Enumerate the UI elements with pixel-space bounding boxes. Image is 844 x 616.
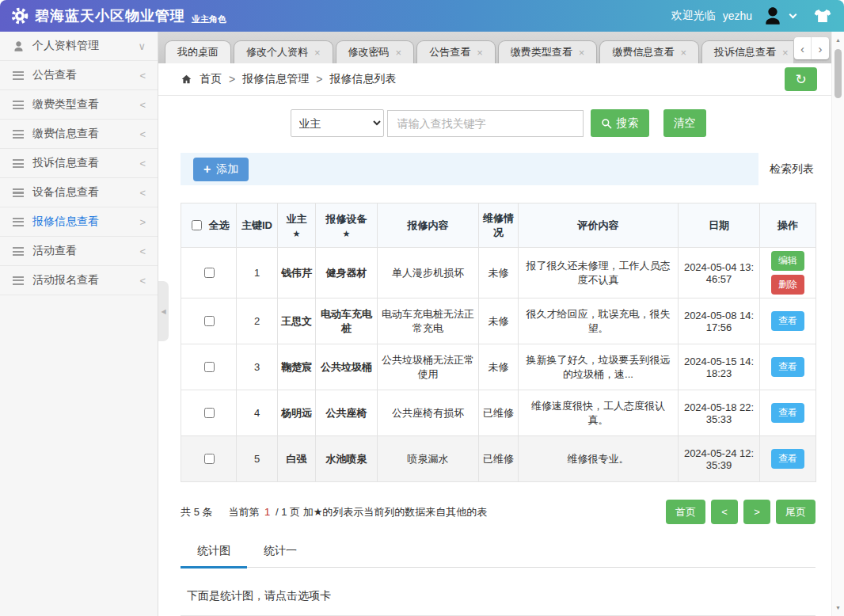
edit-button[interactable]: 编辑: [771, 251, 804, 271]
row-checkbox[interactable]: [204, 316, 215, 326]
cell-select: [181, 390, 237, 436]
stats-tab-chart[interactable]: 统计图: [181, 537, 247, 568]
breadcrumb-item-repair-management[interactable]: 报修信息管理: [242, 72, 309, 86]
tab-label: 缴费类型查看: [511, 45, 572, 59]
column-header-device[interactable]: 报修设备★: [316, 203, 378, 248]
cell-content: 单人漫步机损坏: [378, 248, 479, 298]
gear-icon: [11, 7, 29, 25]
menu-icon: [13, 101, 32, 109]
add-button[interactable]: + 添加: [193, 158, 249, 181]
view-button[interactable]: 查看: [771, 403, 804, 423]
tabs-scroll-left-button[interactable]: ‹: [794, 37, 812, 59]
chevron-right-icon: >: [139, 216, 146, 228]
tab-change-password[interactable]: 修改密码×: [336, 40, 415, 63]
content: 业主 搜索 清空: [158, 96, 831, 616]
theme-tshirt-icon[interactable]: [814, 9, 831, 23]
view-button[interactable]: 查看: [771, 449, 804, 469]
sidebar-item-device[interactable]: 设备信息查看<: [0, 178, 158, 207]
row-checkbox[interactable]: [204, 454, 215, 464]
column-header-owner[interactable]: 业主★: [278, 203, 316, 248]
column-header-review[interactable]: 评价内容: [519, 203, 679, 248]
sidebar-item-repair[interactable]: 报修信息查看>: [0, 207, 158, 237]
row-checkbox[interactable]: [204, 268, 215, 278]
cell-review: 很久才给回应，耽误充电，很失望。: [519, 298, 679, 344]
column-header-label: 日期: [682, 219, 756, 233]
cell-status: 未修: [479, 248, 519, 298]
sidebar-item-profile[interactable]: 个人资料管理∨: [0, 32, 158, 61]
breadcrumb-separator: >: [316, 73, 322, 86]
toolbar-row: + 添加 检索列表: [181, 153, 815, 185]
breadcrumb-item-home[interactable]: 首页: [200, 72, 222, 86]
clear-button[interactable]: 清空: [663, 109, 706, 137]
tab-nav: ‹ ›: [794, 37, 829, 59]
app-header: 碧海蓝天小区物业管理 业主角色 欢迎光临 yezhu: [0, 0, 844, 32]
sidebar-item-activity-apply[interactable]: 活动报名查看<: [0, 266, 158, 295]
chevron-left-icon: <: [139, 128, 146, 140]
view-button[interactable]: 查看: [771, 357, 804, 377]
column-header-label: 报修设备: [319, 212, 374, 226]
tab-desktop[interactable]: 我的桌面: [165, 40, 231, 63]
cell-id: 2: [237, 298, 278, 344]
cell-select: [181, 248, 237, 298]
sidebar-item-notice[interactable]: 公告查看<: [0, 61, 158, 90]
breadcrumb: 首页>报修信息管理>报修信息列表: [181, 72, 396, 86]
column-header-status[interactable]: 维修情况: [479, 203, 519, 248]
chevron-left-icon: <: [139, 158, 146, 169]
search-input[interactable]: [387, 110, 584, 137]
tab-complaint-view[interactable]: 投诉信息查看×: [701, 40, 793, 63]
user-avatar-icon[interactable]: [762, 6, 783, 26]
table-header-row: 全选 主键ID业主★报修设备★报修内容维修情况评价内容日期操作: [181, 203, 816, 248]
scroll-down-icon[interactable]: ▼: [832, 605, 844, 610]
tab-close-icon[interactable]: ×: [680, 47, 686, 59]
search-category-select[interactable]: 业主: [291, 109, 384, 137]
cell-owner: 白强: [278, 436, 316, 482]
tabs-scroll-right-button[interactable]: ›: [812, 37, 829, 59]
row-checkbox[interactable]: [204, 362, 215, 372]
menu-icon: [13, 71, 32, 80]
cell-id: 3: [237, 344, 278, 390]
sidebar-item-activity[interactable]: 活动查看<: [0, 237, 158, 266]
tab-close-icon[interactable]: ×: [782, 47, 789, 59]
select-all-checkbox[interactable]: [192, 220, 202, 230]
sidebar-item-label: 活动查看: [32, 244, 77, 258]
sidebar-item-fee-info[interactable]: 缴费信息查看<: [0, 120, 158, 149]
column-header-actions[interactable]: 操作: [760, 203, 816, 248]
cell-actions: 查看: [760, 390, 816, 436]
tab-close-icon[interactable]: ×: [314, 47, 321, 59]
search-button[interactable]: 搜索: [591, 109, 649, 137]
app-window: 碧海蓝天小区物业管理 业主角色 欢迎光临 yezhu 个人资料管理∨公告查看<缴…: [0, 0, 844, 616]
stats-tab-one[interactable]: 统计一: [247, 537, 314, 568]
sidebar-collapse-handle[interactable]: ◀: [158, 281, 169, 341]
page-next-button[interactable]: >: [743, 500, 770, 524]
refresh-button[interactable]: ↻: [785, 67, 817, 91]
page-first-button[interactable]: 首页: [666, 500, 705, 524]
menu-icon: [13, 130, 32, 139]
column-header-date[interactable]: 日期: [679, 203, 760, 248]
chevron-down-icon[interactable]: [789, 11, 797, 19]
sidebar-item-complaint[interactable]: 投诉信息查看<: [0, 149, 158, 178]
vertical-scrollbar[interactable]: ▲ ▼: [831, 32, 844, 616]
column-header-id[interactable]: 主键ID: [237, 203, 278, 248]
page-last-button[interactable]: 尾页: [776, 500, 815, 524]
tab-close-icon[interactable]: ×: [477, 47, 483, 59]
row-checkbox[interactable]: [204, 408, 215, 418]
pagination-bar: 共 5 条 当前第 1 / 1 页 加★的列表示当前列的数据来自其他的表 首页<…: [181, 500, 815, 524]
cell-date: 2024-05-18 22:35:33: [679, 390, 760, 436]
star-icon: ★: [319, 229, 374, 239]
tab-close-icon[interactable]: ×: [396, 47, 402, 59]
tab-notice-view[interactable]: 公告查看×: [416, 40, 496, 63]
scroll-up-icon[interactable]: ▲: [832, 37, 844, 43]
delete-button[interactable]: 删除: [771, 275, 804, 295]
tab-fee-type-view[interactable]: 缴费类型查看×: [498, 40, 598, 63]
sidebar-item-label: 报修信息查看: [32, 215, 99, 229]
column-header-content[interactable]: 报修内容: [378, 203, 479, 248]
page-prev-button[interactable]: <: [711, 500, 738, 524]
tab-edit-profile[interactable]: 修改个人资料×: [234, 40, 333, 63]
scrollbar-thumb[interactable]: [834, 49, 842, 98]
view-button[interactable]: 查看: [771, 311, 804, 331]
sidebar-item-fee-type[interactable]: 缴费类型查看<: [0, 90, 158, 120]
sidebar: 个人资料管理∨公告查看<缴费类型查看<缴费信息查看<投诉信息查看<设备信息查看<…: [0, 32, 158, 616]
tab-fee-info-view[interactable]: 缴费信息查看×: [599, 40, 699, 63]
tab-close-icon[interactable]: ×: [579, 47, 585, 59]
column-header-label: 报修内容: [381, 219, 475, 233]
